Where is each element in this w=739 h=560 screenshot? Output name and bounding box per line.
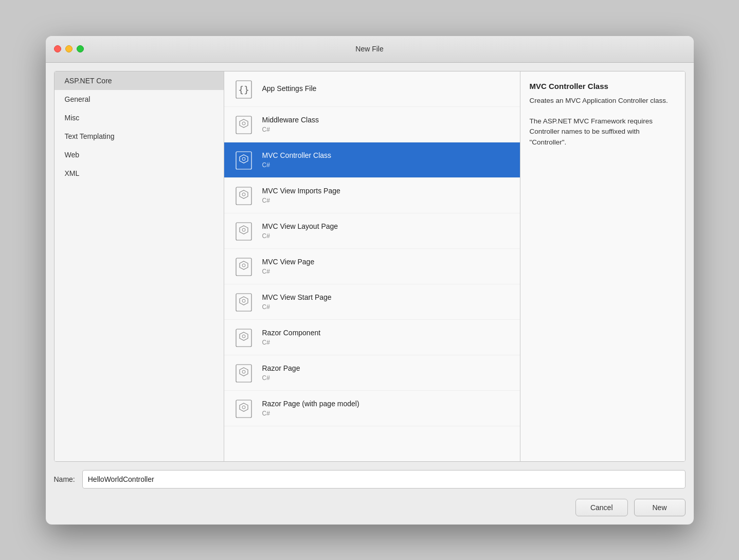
svg-marker-6 [240, 155, 248, 163]
description-panel: MVC Controller Class Creates an MVC Appl… [520, 71, 685, 461]
file-type-subtitle: C# [262, 126, 319, 133]
mvc-view-start-icon [232, 291, 255, 313]
mvc-controller-icon [232, 149, 255, 171]
file-type-mvc-controller[interactable]: MVC Controller Class C# [224, 142, 520, 178]
file-type-title: Razor Page [262, 364, 300, 373]
new-button[interactable]: New [634, 499, 686, 516]
file-type-info: MVC Controller Class C# [262, 151, 332, 168]
file-type-title: App Settings File [262, 84, 317, 93]
svg-point-7 [242, 157, 245, 160]
file-type-subtitle: C# [262, 161, 332, 169]
file-type-razor-component[interactable]: Razor Component C# [224, 320, 520, 355]
categories-panel: ASP.NET Core General Misc Text Templatin… [55, 71, 224, 461]
button-row: Cancel New [54, 497, 686, 516]
panels-container: ASP.NET Core General Misc Text Templatin… [54, 71, 686, 462]
file-type-subtitle: C# [262, 232, 338, 240]
file-type-title: Razor Component [262, 328, 321, 337]
svg-point-19 [242, 299, 245, 302]
file-type-title: MVC Controller Class [262, 151, 332, 160]
close-button[interactable] [54, 45, 61, 52]
middleware-icon [232, 113, 255, 136]
file-type-title: MVC View Start Page [262, 293, 332, 302]
file-type-info: MVC View Imports Page C# [262, 186, 340, 204]
category-xml[interactable]: XML [55, 164, 224, 183]
svg-point-13 [242, 228, 245, 231]
file-type-info: Razor Page (with page model) C# [262, 399, 359, 417]
name-row: Name: [54, 470, 686, 489]
file-type-subtitle: C# [262, 410, 359, 417]
file-type-subtitle: C# [262, 339, 321, 346]
svg-point-25 [242, 370, 245, 373]
svg-marker-3 [240, 119, 248, 128]
cancel-button[interactable]: Cancel [575, 499, 628, 516]
file-type-title: Razor Page (with page model) [262, 399, 359, 408]
svg-marker-21 [240, 332, 248, 340]
razor-page-icon [232, 362, 255, 384]
file-type-mvc-view-page[interactable]: MVC View Page C# [224, 249, 520, 284]
svg-marker-24 [240, 368, 248, 376]
svg-marker-15 [240, 261, 248, 269]
svg-point-28 [242, 406, 245, 409]
file-type-info: MVC View Page C# [262, 257, 315, 275]
svg-marker-12 [240, 226, 248, 234]
app-settings-icon: {} [232, 78, 255, 100]
file-type-mvc-view-layout[interactable]: MVC View Layout Page C# [224, 213, 520, 249]
svg-point-22 [242, 335, 245, 338]
svg-point-10 [242, 193, 245, 196]
file-type-app-settings[interactable]: {} App Settings File [224, 71, 520, 107]
file-type-subtitle: C# [262, 268, 315, 275]
traffic-lights [54, 45, 84, 52]
window-title: New File [355, 45, 383, 53]
svg-marker-18 [240, 297, 248, 305]
file-type-mvc-view-start[interactable]: MVC View Start Page C# [224, 284, 520, 320]
svg-point-4 [242, 122, 245, 125]
new-file-dialog: New File ASP.NET Core General Misc Text … [46, 36, 694, 525]
svg-marker-27 [240, 403, 248, 411]
file-type-razor-page-model[interactable]: Razor Page (with page model) C# [224, 391, 520, 426]
name-input[interactable] [82, 470, 686, 489]
mvc-view-layout-icon [232, 220, 255, 242]
file-type-info: App Settings File [262, 84, 317, 93]
file-type-info: MVC View Start Page C# [262, 293, 332, 310]
file-type-info: MVC View Layout Page C# [262, 222, 338, 239]
mvc-view-page-icon [232, 255, 255, 278]
file-type-subtitle: C# [262, 303, 332, 311]
main-content: ASP.NET Core General Misc Text Templatin… [46, 63, 694, 525]
description-body: Creates an MVC Application Controller cl… [530, 96, 676, 148]
category-general[interactable]: General [55, 90, 224, 109]
category-aspnet[interactable]: ASP.NET Core [55, 71, 224, 90]
file-type-info: Razor Page C# [262, 364, 300, 381]
mvc-view-imports-icon [232, 184, 255, 207]
razor-component-icon [232, 326, 255, 349]
svg-point-16 [242, 264, 245, 267]
maximize-button[interactable] [77, 45, 84, 52]
svg-marker-9 [240, 190, 248, 198]
description-title: MVC Controller Class [530, 82, 676, 91]
file-type-subtitle: C# [262, 374, 300, 382]
category-text-templating[interactable]: Text Templating [55, 127, 224, 146]
svg-text:{}: {} [238, 84, 249, 95]
name-label: Name: [54, 475, 75, 483]
file-type-info: Razor Component C# [262, 328, 321, 346]
file-type-title: MVC View Layout Page [262, 222, 338, 231]
file-type-middleware[interactable]: Middleware Class C# [224, 107, 520, 142]
file-type-subtitle: C# [262, 197, 340, 204]
category-misc[interactable]: Misc [55, 109, 224, 127]
title-bar: New File [46, 36, 694, 63]
file-type-title: Middleware Class [262, 115, 319, 124]
category-web[interactable]: Web [55, 146, 224, 164]
file-type-title: MVC View Imports Page [262, 186, 340, 195]
file-type-info: Middleware Class C# [262, 115, 319, 133]
file-type-razor-page[interactable]: Razor Page C# [224, 355, 520, 391]
file-type-title: MVC View Page [262, 257, 315, 266]
file-type-mvc-view-imports[interactable]: MVC View Imports Page C# [224, 178, 520, 213]
razor-page-model-icon [232, 397, 255, 420]
minimize-button[interactable] [65, 45, 73, 52]
file-types-panel: {} App Settings File [224, 71, 520, 461]
